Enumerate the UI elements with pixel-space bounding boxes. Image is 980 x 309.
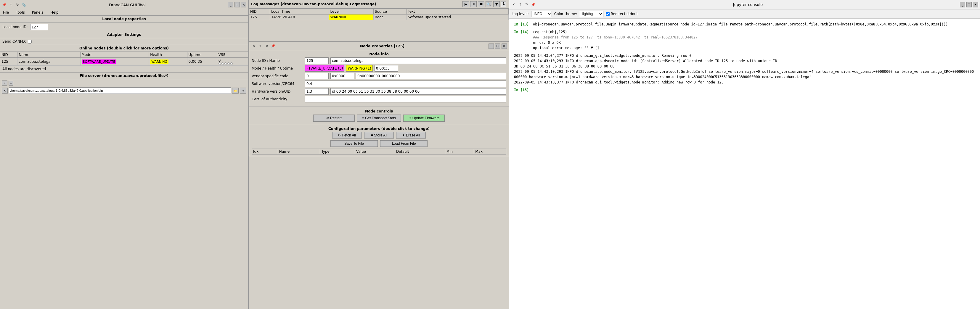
prompt-in-14: In [14]: request(obj,125) ### Response f… [514,29,975,51]
fetch-all-button[interactable]: ⟳ Fetch All [332,132,362,139]
jupyter-maximize-button[interactable]: □ [966,2,972,7]
left-panel: 📌 ↑ ↻ 📎 DroneCAN GUI Tool _ □ ✕ File Too… [0,0,249,309]
info-line-4: 2022-09-05 14:43:10,293 INFO dronecan.ap… [514,69,975,80]
maximize-button[interactable]: □ [234,2,240,7]
col-vss: VSS [217,52,248,58]
config-params-buttons: ⟳ Fetch All ■ Store All ✦ Erase All [252,132,506,139]
file-path-input[interactable] [9,87,231,94]
file-server-section: File server (dronecan.uavcan.protocol.fi… [0,72,248,309]
menu-file[interactable]: File [1,10,11,15]
node-controls-title: Node controls [252,109,506,113]
file-server-controls: ✓ + [0,79,248,87]
log-filter-button[interactable]: ▼ [493,1,500,7]
params-col-default: Default [395,149,445,154]
adapter-settings-header: Adapter Settings [0,31,248,38]
log-col-level: Level [329,9,373,14]
divider-2 [249,124,509,124]
send-canfd-checkbox[interactable] [28,40,32,43]
log-stop-button[interactable]: ⏹ [478,1,484,7]
local-node-properties-header: Local node properties [0,16,248,22]
cell-health: WARNING [149,58,187,66]
jupyter-pin-icon[interactable]: 📌 [531,2,536,7]
log-cell-local-time: 14:26:20.418 [270,14,329,20]
cell-in-14: In [14]: request(obj,125) ### Response f… [514,29,975,51]
info-line-1: 2022-09-05 14:43:04,377 INFO dronecan_gu… [514,53,975,58]
add-file-button[interactable]: ✓ [2,81,7,86]
load-from-file-button[interactable]: Load From File [380,140,428,147]
redirect-stdout-checkbox[interactable] [606,12,609,16]
dialog-pin-icon[interactable]: 📌 [270,43,276,49]
minimize-button[interactable]: _ [228,2,233,7]
right-panel: ✕ ↑ ↻ 📌 Jupyter console _ □ ✕ Log level:… [509,0,980,309]
transport-stats-button[interactable]: ≡ Get Transport Stats [357,115,401,122]
cert-row: Cert. of authenticity [252,96,506,102]
store-all-button[interactable]: ■ Store All [364,132,394,139]
jupyter-minimize-button[interactable]: _ [960,2,965,7]
jupyter-close-icon[interactable]: ✕ [511,2,516,7]
info-line-3: 3D 00 24 00 0C 51 36 31 30 36 38 38 00 0… [514,64,975,69]
dialog-close-icons: _ □ ✕ [488,43,507,49]
vss-value: 0 [218,58,221,62]
up-icon[interactable]: ↑ [8,2,14,7]
file-action-button[interactable]: → [240,88,247,94]
jupyter-title-bar: ✕ ↑ ↻ 📌 Jupyter console _ □ ✕ [509,0,980,10]
info-line-2: 2022-09-05 14:43:10,293 INFO dronecan.ap… [514,58,975,64]
dialog-refresh-icon[interactable]: ↻ [264,43,269,49]
jupyter-content: In [13]: obj=dronecan.uavcan.protocol.fi… [509,19,980,309]
hw-version-value: 1.3 [305,88,329,95]
node-id-name-row: Node ID / Name 125 com.zubax.telega [252,57,506,64]
local-node-id-input[interactable] [30,24,48,30]
color-theme-select[interactable]: lightbg [580,11,603,17]
cell-14-line-2: ### Response from 125 to 127 ts_mono=138… [533,35,975,40]
jupyter-title-icons-right: _ □ ✕ [960,2,978,7]
log-play-button[interactable]: ▶ [463,1,469,7]
plus-button[interactable]: + [9,81,13,86]
cell-15-line-1 [533,87,975,92]
dialog-close-icon[interactable]: ✕ [251,43,256,49]
log-search-button[interactable]: 🔍 [485,1,492,7]
close-button[interactable]: ✕ [241,2,247,7]
cell-14-line-1: request(obj,125) [533,29,975,35]
menu-tools[interactable]: Tools [14,10,27,15]
config-params-title: Configuration parameters (double click t… [252,127,506,131]
jupyter-up-icon[interactable]: ↑ [517,2,523,7]
health-badge: WARNING [150,59,169,64]
dialog-title-text: Node Properties [125] [276,44,488,48]
dialog-title-icons: ✕ ↑ ↻ 📌 [251,43,276,49]
pin-icon[interactable]: 📌 [2,2,7,7]
log-col-local-time: Local Time [270,9,329,14]
cell-name: com.zubax.telega [18,58,80,66]
sw-version-value: 0.4 [305,81,506,87]
log-level-select[interactable]: INFO [531,11,552,17]
dialog-up-icon[interactable]: ↑ [258,43,263,49]
pushpin-icon[interactable]: 📎 [21,2,27,7]
refresh-icon[interactable]: ↻ [15,2,20,7]
log-pause-button[interactable]: ⏸ [470,1,477,7]
log-col-nid: NID [249,9,270,14]
vendor-bin-value: 0b00000000_00000000 [356,73,506,79]
title-bar-right-icons: _ □ ✕ [228,2,247,7]
hw-uid-value: id 00 24 00 0c 51 36 31 30 36 38 38 00 0… [331,88,506,95]
restart-button[interactable]: ⊕ Restart [313,115,355,122]
log-row[interactable]: 125 14:26:20.418 WARNING Boot Software u… [249,14,509,20]
browse-file-button[interactable]: 📁 [232,88,239,94]
menu-panels[interactable]: Panels [30,10,45,15]
save-to-file-button[interactable]: Save To File [331,140,378,147]
col-health: Health [149,52,187,58]
table-row[interactable]: 125 com.zubax.telega SOFTWARE_UPDATE WAR… [0,58,248,66]
dialog-x-button[interactable]: ✕ [501,43,507,49]
redirect-stdout-text: Redirect stdout [611,12,638,16]
online-nodes-table: NID Name Mode Health Uptime VSS 125 com.… [0,52,248,66]
menu-help[interactable]: Help [49,10,60,15]
jupyter-x-button[interactable]: ✕ [973,2,978,7]
update-firmware-button[interactable]: ✦ Update Firmware [403,115,445,122]
color-theme-label: Color theme: [554,12,578,16]
mode-health-row: Mode / Health / Uptime FTWARE_UPDATE (3)… [252,65,506,72]
mode-value: FTWARE_UPDATE (3) [305,65,344,72]
dialog-maximize-button[interactable]: □ [495,43,500,49]
erase-all-button[interactable]: ✦ Erase All [396,132,426,139]
delete-file-button[interactable]: ✕ [2,88,8,94]
jupyter-title-icons-left: ✕ ↑ ↻ 📌 [511,2,536,7]
dialog-minimize-button[interactable]: _ [488,43,494,49]
jupyter-refresh-icon[interactable]: ↻ [524,2,530,7]
